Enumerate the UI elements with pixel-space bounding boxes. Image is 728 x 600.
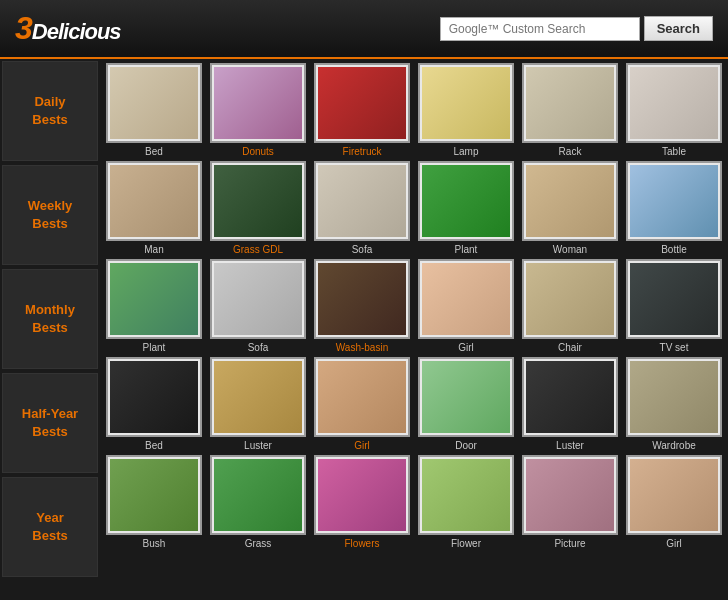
thumbnail-image	[110, 459, 198, 531]
search-button[interactable]: Search	[644, 16, 713, 41]
grid-item-label[interactable]: Chair	[558, 342, 582, 353]
grid-thumbnail[interactable]	[626, 63, 722, 143]
thumbnail-image	[630, 263, 718, 335]
grid-thumbnail[interactable]	[210, 63, 306, 143]
header: 3Delicious Search	[0, 0, 728, 59]
grid-thumbnail[interactable]	[626, 259, 722, 339]
grid-item-label[interactable]: Bed	[145, 440, 163, 451]
grid-thumbnail[interactable]	[106, 259, 202, 339]
grid-item-label[interactable]: Lamp	[453, 146, 478, 157]
grid-item-label[interactable]: Donuts	[242, 146, 274, 157]
grid-item-label[interactable]: Luster	[556, 440, 584, 451]
search-input[interactable]	[440, 17, 640, 41]
grid-item-label[interactable]: Sofa	[248, 342, 269, 353]
list-item: Grass GDL	[208, 161, 308, 255]
grid-thumbnail[interactable]	[106, 63, 202, 143]
grid-item-label[interactable]: Rack	[559, 146, 582, 157]
grid-thumbnail[interactable]	[418, 357, 514, 437]
grid-thumbnail[interactable]	[106, 455, 202, 535]
list-item: Sofa	[312, 161, 412, 255]
list-item: TV set	[624, 259, 724, 353]
grid-item-label[interactable]: Plant	[143, 342, 166, 353]
grid-item-label[interactable]: Girl	[666, 538, 682, 549]
thumbnail-image	[318, 459, 406, 531]
thumbnail-image	[110, 361, 198, 433]
grid-item-label[interactable]: Table	[662, 146, 686, 157]
grid-thumbnail[interactable]	[314, 357, 410, 437]
grid-item-label[interactable]: Grass GDL	[233, 244, 283, 255]
sidebar-item-weekly[interactable]: WeeklyBests	[2, 165, 98, 265]
grid-item-label[interactable]: Girl	[458, 342, 474, 353]
grid-thumbnail[interactable]	[106, 161, 202, 241]
logo[interactable]: 3Delicious	[15, 10, 121, 47]
sidebar-item-halfyear[interactable]: Half-YearBests	[2, 373, 98, 473]
grid-thumbnail[interactable]	[210, 161, 306, 241]
grid-thumbnail[interactable]	[522, 161, 618, 241]
grid-item-label[interactable]: Girl	[354, 440, 370, 451]
grid-thumbnail[interactable]	[314, 455, 410, 535]
thumbnail-image	[526, 459, 614, 531]
sidebar-label-weekly: WeeklyBests	[28, 197, 73, 233]
grid-item-label[interactable]: Man	[144, 244, 163, 255]
grid-thumbnail[interactable]	[210, 455, 306, 535]
grid-thumbnail[interactable]	[314, 63, 410, 143]
list-item: Donuts	[208, 63, 308, 157]
thumbnail-image	[110, 263, 198, 335]
list-item: Firetruck	[312, 63, 412, 157]
grid-item-label[interactable]: Bottle	[661, 244, 687, 255]
grid-item-label[interactable]: Sofa	[352, 244, 373, 255]
list-item: Bush	[104, 455, 204, 549]
grid-thumbnail[interactable]	[418, 63, 514, 143]
thumbnail-image	[422, 263, 510, 335]
grid-thumbnail[interactable]	[522, 259, 618, 339]
logo-3: 3	[15, 10, 32, 46]
thumbnail-image	[214, 165, 302, 237]
sidebar-item-daily[interactable]: DailyBests	[2, 61, 98, 161]
thumbnail-image	[630, 361, 718, 433]
grid-thumbnail[interactable]	[314, 161, 410, 241]
grid-thumbnail[interactable]	[626, 455, 722, 535]
list-item: Bed	[104, 63, 204, 157]
grid-thumbnail[interactable]	[626, 357, 722, 437]
grid-item-label[interactable]: Wardrobe	[652, 440, 696, 451]
grid-item-label[interactable]: Bush	[143, 538, 166, 549]
grid-thumbnail[interactable]	[418, 259, 514, 339]
grid-item-label[interactable]: TV set	[660, 342, 689, 353]
grid-item-label[interactable]: Plant	[455, 244, 478, 255]
grid-thumbnail[interactable]	[418, 455, 514, 535]
grid-thumbnail[interactable]	[522, 63, 618, 143]
grid-row-2: PlantSofaWash-basinGirlChairTV set	[104, 259, 724, 353]
search-area: Search	[440, 16, 713, 41]
sidebar-item-monthly[interactable]: MonthlyBests	[2, 269, 98, 369]
thumbnail-image	[318, 67, 406, 139]
thumbnail-image	[630, 459, 718, 531]
list-item: Girl	[624, 455, 724, 549]
thumbnail-image	[214, 361, 302, 433]
grid-thumbnail[interactable]	[210, 259, 306, 339]
grid-thumbnail[interactable]	[314, 259, 410, 339]
grid-thumbnail[interactable]	[522, 357, 618, 437]
list-item: Door	[416, 357, 516, 451]
grid-item-label[interactable]: Firetruck	[343, 146, 382, 157]
list-item: Luster	[520, 357, 620, 451]
grid-thumbnail[interactable]	[106, 357, 202, 437]
grid-item-label[interactable]: Flower	[451, 538, 481, 549]
grid-item-label[interactable]: Woman	[553, 244, 587, 255]
list-item: Luster	[208, 357, 308, 451]
thumbnail-image	[214, 263, 302, 335]
grid-item-label[interactable]: Bed	[145, 146, 163, 157]
grid-thumbnail[interactable]	[522, 455, 618, 535]
grid-thumbnail[interactable]	[210, 357, 306, 437]
grid-item-label[interactable]: Wash-basin	[336, 342, 388, 353]
grid-item-label[interactable]: Door	[455, 440, 477, 451]
grid-thumbnail[interactable]	[418, 161, 514, 241]
grid-thumbnail[interactable]	[626, 161, 722, 241]
grid-item-label[interactable]: Grass	[245, 538, 272, 549]
list-item: Rack	[520, 63, 620, 157]
sidebar-item-year[interactable]: YearBests	[2, 477, 98, 577]
list-item: Grass	[208, 455, 308, 549]
grid-item-label[interactable]: Luster	[244, 440, 272, 451]
grid-item-label[interactable]: Picture	[554, 538, 585, 549]
grid-item-label[interactable]: Flowers	[344, 538, 379, 549]
grid-row-4: BushGrassFlowersFlowerPictureGirl	[104, 455, 724, 549]
